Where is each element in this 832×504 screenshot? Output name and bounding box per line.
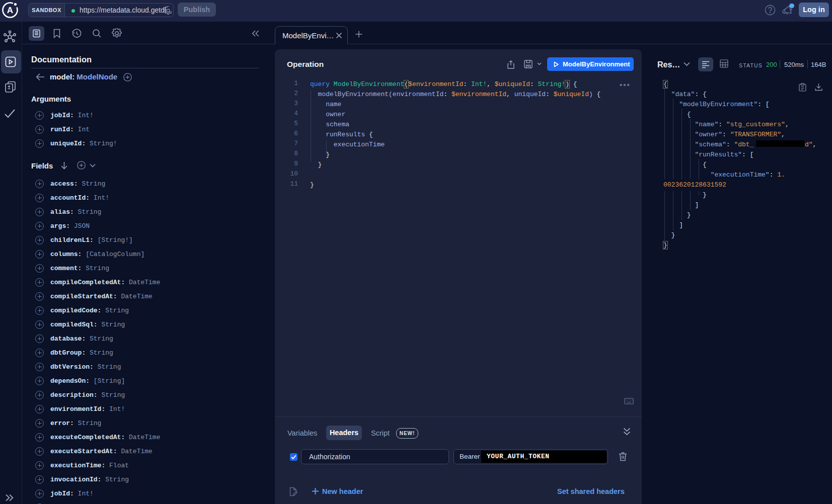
svg-text:A: A — [7, 6, 13, 15]
